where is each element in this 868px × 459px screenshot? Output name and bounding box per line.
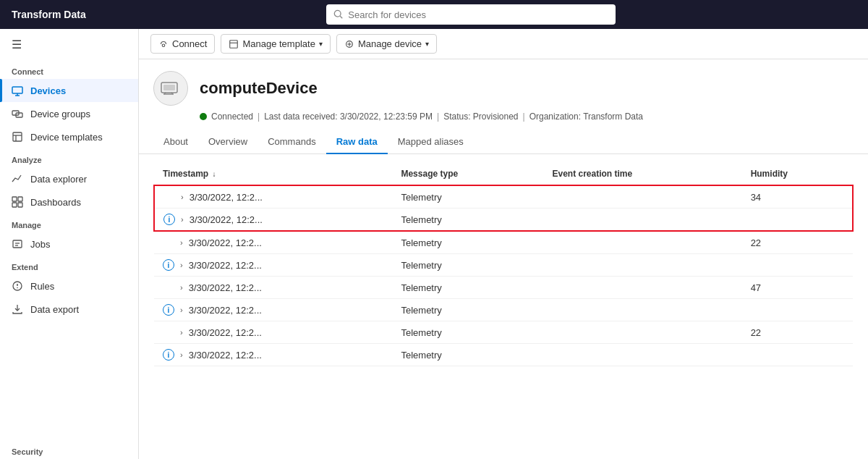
manage-template-label: Manage template: [242, 38, 315, 49]
timestamp-value: 3/30/2022, 12:2...: [190, 214, 263, 225]
cell-humidity: [742, 299, 853, 321]
expand-row-button[interactable]: ›: [177, 304, 186, 316]
svg-rect-13: [18, 203, 22, 207]
manage-device-icon: [344, 39, 354, 49]
tab-raw-data[interactable]: Raw data: [326, 130, 388, 154]
tab-about[interactable]: About: [153, 130, 198, 154]
col-event-creation-time: Event creation time: [543, 163, 741, 185]
table-header-row: Timestamp ↓ Message type Event creation …: [154, 163, 853, 185]
table-row: ›3/30/2022, 12:2...Telemetry22: [154, 231, 853, 254]
data-export-icon: [12, 303, 23, 315]
cell-humidity: 34: [742, 185, 853, 209]
cell-humidity: [742, 254, 853, 277]
manage-device-chevron: ▾: [425, 40, 429, 48]
cell-event-creation-time: [543, 231, 741, 254]
tab-mapped-aliases[interactable]: Mapped aliases: [388, 130, 474, 154]
manage-template-chevron: ▾: [319, 40, 323, 48]
cell-message-type: Telemetry: [392, 254, 543, 277]
sidebar-item-dashboards[interactable]: Dashboards: [0, 190, 138, 214]
manage-template-button[interactable]: Manage template ▾: [221, 34, 330, 54]
expand-row-button[interactable]: ›: [177, 327, 186, 338]
toolbar: Connect Manage template ▾ Manage device …: [139, 29, 868, 59]
info-icon[interactable]: i: [163, 304, 174, 316]
expand-row-button[interactable]: ›: [177, 259, 186, 271]
cell-timestamp: i›3/30/2022, 12:2...: [154, 254, 392, 277]
svg-point-0: [335, 10, 341, 17]
sidebar-dashboards-label: Dashboards: [30, 197, 81, 208]
svg-rect-11: [18, 197, 22, 201]
cell-message-type: Telemetry: [392, 344, 543, 366]
main-layout: ☰ Connect Devices Device groups Device t…: [0, 29, 868, 459]
sidebar-device-templates-label: Device templates: [30, 132, 103, 143]
devices-icon: [12, 85, 23, 96]
sidebar-data-explorer-label: Data explorer: [30, 174, 87, 185]
hamburger-menu[interactable]: ☰: [0, 29, 138, 60]
cell-message-type: Telemetry: [392, 209, 543, 232]
cell-timestamp: i›3/30/2022, 12:2...: [154, 344, 392, 366]
expand-row-button[interactable]: ›: [177, 282, 186, 293]
cell-humidity: 22: [742, 321, 853, 344]
timestamp-value: 3/30/2022, 12:2...: [189, 305, 262, 316]
search-input[interactable]: [348, 9, 608, 20]
info-icon[interactable]: i: [163, 259, 174, 271]
cell-timestamp: i›3/30/2022, 12:2...: [154, 209, 392, 232]
main-content: Connect Manage template ▾ Manage device …: [139, 29, 868, 459]
cell-event-creation-time: [543, 321, 741, 344]
tab-commands[interactable]: Commands: [258, 130, 326, 154]
table-row: ›3/30/2022, 12:2...Telemetry22: [154, 321, 853, 344]
sidebar-bottom: Security: [0, 440, 138, 459]
sidebar-item-data-explorer[interactable]: Data explorer: [0, 167, 138, 190]
expand-row-button[interactable]: ›: [178, 214, 187, 225]
connect-button[interactable]: Connect: [150, 34, 215, 54]
sidebar-item-rules[interactable]: Rules: [0, 274, 138, 298]
sidebar-item-jobs[interactable]: Jobs: [0, 232, 138, 256]
sidebar-jobs-label: Jobs: [30, 239, 50, 250]
data-table: Timestamp ↓ Message type Event creation …: [153, 163, 854, 366]
cell-message-type: Telemetry: [392, 231, 543, 254]
table-row: i›3/30/2022, 12:2...Telemetry: [154, 299, 853, 321]
info-icon[interactable]: i: [163, 214, 175, 225]
sidebar: ☰ Connect Devices Device groups Device t…: [0, 29, 139, 459]
search-bar[interactable]: [326, 4, 616, 25]
table-wrapper: Timestamp ↓ Message type Event creation …: [139, 154, 868, 459]
device-avatar-icon: [161, 80, 181, 97]
cell-event-creation-time: [543, 254, 741, 277]
svg-rect-10: [12, 197, 17, 201]
expand-row-button[interactable]: ›: [177, 349, 186, 361]
timestamp-value: 3/30/2022, 12:2...: [189, 237, 262, 248]
tab-overview[interactable]: Overview: [198, 130, 258, 154]
col-timestamp: Timestamp ↓: [154, 163, 392, 185]
expand-row-button[interactable]: ›: [178, 191, 187, 203]
cell-humidity: 22: [742, 231, 853, 254]
timestamp-value: 3/30/2022, 12:2...: [189, 327, 262, 338]
cell-message-type: Telemetry: [392, 321, 543, 344]
cell-message-type: Telemetry: [392, 299, 543, 321]
col-humidity: Humidity: [742, 163, 853, 185]
expand-row-button[interactable]: ›: [177, 237, 186, 248]
connect-label: Connect: [172, 38, 207, 49]
sidebar-item-devices[interactable]: Devices: [0, 79, 138, 102]
cell-event-creation-time: [543, 209, 741, 232]
dashboards-icon: [12, 196, 23, 208]
col-message-type: Message type: [392, 163, 543, 185]
cell-timestamp: ›3/30/2022, 12:2...: [154, 277, 392, 299]
device-header: computeDevice Connected | Last data rece…: [139, 59, 868, 130]
cell-timestamp: ›3/30/2022, 12:2...: [154, 185, 392, 209]
cell-event-creation-time: [543, 299, 741, 321]
section-connect: Connect: [0, 60, 138, 79]
cell-event-creation-time: [543, 344, 741, 366]
sidebar-item-device-templates[interactable]: Device templates: [0, 125, 138, 148]
cell-event-creation-time: [543, 277, 741, 299]
table-row: i›3/30/2022, 12:2...Telemetry: [154, 254, 853, 277]
info-icon[interactable]: i: [163, 349, 174, 361]
sidebar-item-device-groups[interactable]: Device groups: [0, 102, 138, 125]
svg-rect-7: [13, 132, 22, 141]
section-analyze: Analyze: [0, 148, 138, 167]
manage-device-button[interactable]: Manage device ▾: [336, 34, 437, 54]
sidebar-item-data-export[interactable]: Data export: [0, 298, 138, 321]
device-status: Connected: [211, 111, 253, 122]
svg-point-20: [162, 44, 165, 47]
connect-icon: [158, 39, 169, 49]
device-avatar: [153, 71, 188, 106]
cell-timestamp: i›3/30/2022, 12:2...: [154, 299, 392, 321]
